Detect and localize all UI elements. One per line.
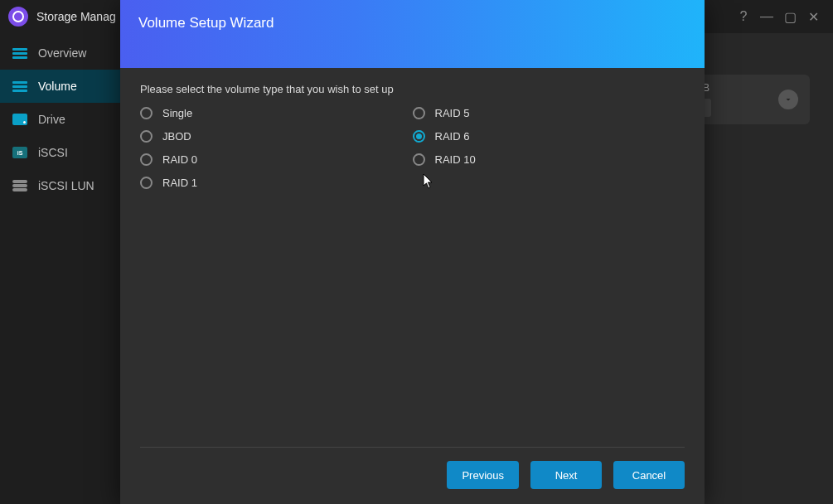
radio-label: RAID 1 <box>162 177 197 189</box>
radio-icon <box>140 177 153 189</box>
radio-icon <box>413 153 425 166</box>
radio-label: RAID 10 <box>435 153 476 166</box>
sidebar-item-iscsi[interactable]: iS iSCSI <box>0 136 120 169</box>
radio-label: JBOD <box>162 130 191 143</box>
radio-label: Single <box>162 107 192 119</box>
sidebar-item-label: Overview <box>38 46 86 60</box>
radio-column-right: RAID 5 RAID 6 RAID 10 <box>413 107 685 189</box>
radio-option-raid5[interactable]: RAID 5 <box>413 107 685 119</box>
app-icon <box>8 7 28 27</box>
radio-column-left: Single JBOD RAID 0 RAID 1 <box>140 107 413 189</box>
volume-icon <box>12 79 28 94</box>
maximize-icon[interactable]: ▢ <box>778 5 802 28</box>
radio-label: RAID 6 <box>435 130 470 143</box>
radio-icon <box>413 107 425 119</box>
cancel-button[interactable]: Cancel <box>613 461 685 489</box>
sidebar-item-volume[interactable]: Volume <box>0 70 120 103</box>
radio-icon <box>140 153 153 166</box>
radio-label: RAID 5 <box>435 107 470 119</box>
sidebar: Overview Volume Drive iS iSCSI iSCSI LUN <box>0 33 120 504</box>
volume-setup-wizard-modal: Volume Setup Wizard Please select the vo… <box>120 0 705 504</box>
radio-label: RAID 0 <box>162 153 197 166</box>
minimize-icon[interactable]: — <box>755 5 778 28</box>
modal-body: Please select the volume type that you w… <box>120 68 705 447</box>
next-button[interactable]: Next <box>530 461 602 489</box>
radio-option-jbod[interactable]: JBOD <box>140 130 413 143</box>
modal-prompt: Please select the volume type that you w… <box>140 83 685 95</box>
iscsi-icon: iS <box>12 145 28 160</box>
close-icon[interactable]: ✕ <box>802 5 825 28</box>
drive-icon <box>12 112 28 127</box>
sidebar-item-label: Volume <box>38 80 77 93</box>
modal-footer: Previous Next Cancel <box>140 447 685 504</box>
sidebar-item-iscsi-lun[interactable]: iSCSI LUN <box>0 169 120 202</box>
help-icon[interactable]: ? <box>732 5 755 28</box>
radio-option-raid0[interactable]: RAID 0 <box>140 153 413 166</box>
sidebar-item-drive[interactable]: Drive <box>0 103 120 136</box>
app-title: Storage Manag <box>36 10 116 23</box>
chevron-down-icon[interactable] <box>778 90 798 109</box>
iscsi-lun-icon <box>12 178 28 193</box>
radio-option-single[interactable]: Single <box>140 107 413 119</box>
radio-icon <box>413 130 425 143</box>
radio-option-raid6[interactable]: RAID 6 <box>413 130 685 143</box>
modal-title: Volume Setup Wizard <box>138 15 274 32</box>
radio-icon <box>140 107 153 119</box>
sidebar-item-label: iSCSI <box>38 146 68 159</box>
radio-option-raid1[interactable]: RAID 1 <box>140 177 413 189</box>
radio-option-raid10[interactable]: RAID 10 <box>413 153 685 166</box>
previous-button[interactable]: Previous <box>447 461 519 489</box>
sidebar-item-label: iSCSI LUN <box>38 179 94 192</box>
sidebar-item-label: Drive <box>38 113 65 126</box>
sidebar-item-overview[interactable]: Overview <box>0 36 120 70</box>
overview-icon <box>12 46 28 61</box>
radio-icon <box>140 130 153 143</box>
modal-header: Volume Setup Wizard <box>120 0 705 68</box>
